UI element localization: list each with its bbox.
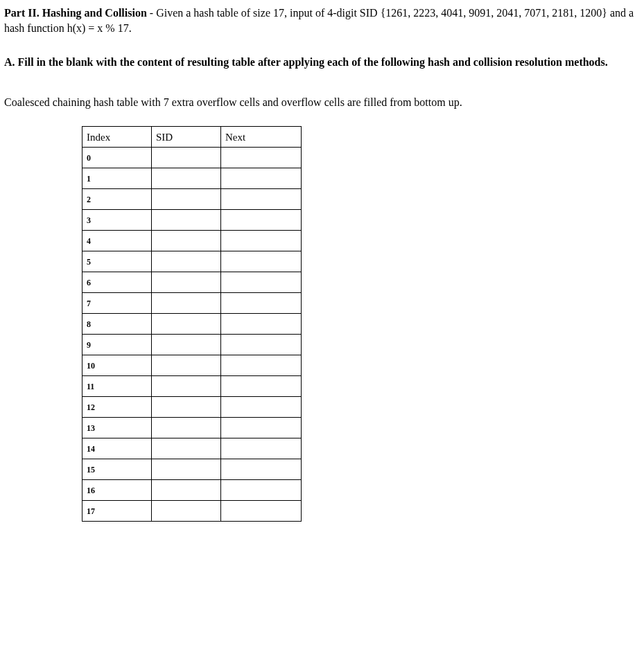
table-row: 8 (82, 314, 302, 335)
intro-paragraph: Part II. Hashing and Collision - Given a… (4, 6, 640, 35)
cell-index: 5 (82, 251, 152, 272)
cell-index: 14 (82, 438, 152, 459)
col-header-next: Next (221, 127, 302, 148)
cell-sid[interactable] (152, 501, 221, 522)
cell-next[interactable] (221, 210, 302, 231)
cell-index: 13 (82, 418, 152, 438)
table-row: 1 (82, 168, 302, 189)
table-row: 7 (82, 293, 302, 314)
table-row: 16 (82, 480, 302, 501)
cell-index: 17 (82, 501, 152, 522)
table-row: 4 (82, 231, 302, 251)
cell-index: 6 (82, 272, 152, 293)
cell-index: 12 (82, 397, 152, 418)
hash-table: Index SID Next 0 1 2 3 4 5 6 7 8 9 10 11… (82, 126, 302, 522)
cell-sid[interactable] (152, 355, 221, 376)
cell-sid[interactable] (152, 210, 221, 231)
col-header-index: Index (82, 127, 152, 148)
table-row: 11 (82, 376, 302, 397)
cell-next[interactable] (221, 459, 302, 480)
chaining-description: Coalesced chaining hash table with 7 ext… (4, 95, 640, 110)
cell-index: 11 (82, 376, 152, 397)
cell-sid[interactable] (152, 335, 221, 355)
cell-index: 15 (82, 459, 152, 480)
cell-sid[interactable] (152, 480, 221, 501)
cell-sid[interactable] (152, 314, 221, 335)
table-row: 12 (82, 397, 302, 418)
cell-next[interactable] (221, 272, 302, 293)
table-row: 15 (82, 459, 302, 480)
cell-sid[interactable] (152, 272, 221, 293)
cell-index: 8 (82, 314, 152, 335)
cell-index: 16 (82, 480, 152, 501)
cell-sid[interactable] (152, 168, 221, 189)
col-header-sid: SID (152, 127, 221, 148)
cell-sid[interactable] (152, 293, 221, 314)
cell-next[interactable] (221, 293, 302, 314)
table-row: 2 (82, 189, 302, 210)
cell-next[interactable] (221, 480, 302, 501)
table-row: 14 (82, 438, 302, 459)
cell-index: 7 (82, 293, 152, 314)
cell-next[interactable] (221, 168, 302, 189)
cell-next[interactable] (221, 251, 302, 272)
cell-next[interactable] (221, 376, 302, 397)
cell-next[interactable] (221, 148, 302, 168)
table-row: 10 (82, 355, 302, 376)
cell-index: 4 (82, 231, 152, 251)
cell-sid[interactable] (152, 376, 221, 397)
cell-next[interactable] (221, 438, 302, 459)
table-row: 3 (82, 210, 302, 231)
table-row: 9 (82, 335, 302, 355)
table-row: 13 (82, 418, 302, 438)
cell-sid[interactable] (152, 459, 221, 480)
cell-next[interactable] (221, 189, 302, 210)
table-body: 0 1 2 3 4 5 6 7 8 9 10 11 12 13 14 15 16… (82, 148, 302, 522)
section-a-heading: A. Fill in the blank with the content of… (4, 55, 640, 70)
cell-index: 9 (82, 335, 152, 355)
cell-sid[interactable] (152, 251, 221, 272)
cell-next[interactable] (221, 355, 302, 376)
table-row: 0 (82, 148, 302, 168)
table-header-row: Index SID Next (82, 127, 302, 148)
cell-index: 2 (82, 189, 152, 210)
cell-sid[interactable] (152, 438, 221, 459)
table-row: 17 (82, 501, 302, 522)
cell-next[interactable] (221, 501, 302, 522)
cell-sid[interactable] (152, 397, 221, 418)
cell-next[interactable] (221, 231, 302, 251)
cell-next[interactable] (221, 335, 302, 355)
cell-next[interactable] (221, 314, 302, 335)
cell-sid[interactable] (152, 418, 221, 438)
cell-index: 0 (82, 148, 152, 168)
cell-next[interactable] (221, 397, 302, 418)
hash-table-container: Index SID Next 0 1 2 3 4 5 6 7 8 9 10 11… (82, 126, 640, 522)
cell-index: 1 (82, 168, 152, 189)
cell-sid[interactable] (152, 148, 221, 168)
intro-lead-bold: Part II. Hashing and Collision (4, 7, 147, 19)
table-row: 6 (82, 272, 302, 293)
table-row: 5 (82, 251, 302, 272)
cell-next[interactable] (221, 418, 302, 438)
cell-index: 10 (82, 355, 152, 376)
cell-index: 3 (82, 210, 152, 231)
cell-sid[interactable] (152, 231, 221, 251)
cell-sid[interactable] (152, 189, 221, 210)
